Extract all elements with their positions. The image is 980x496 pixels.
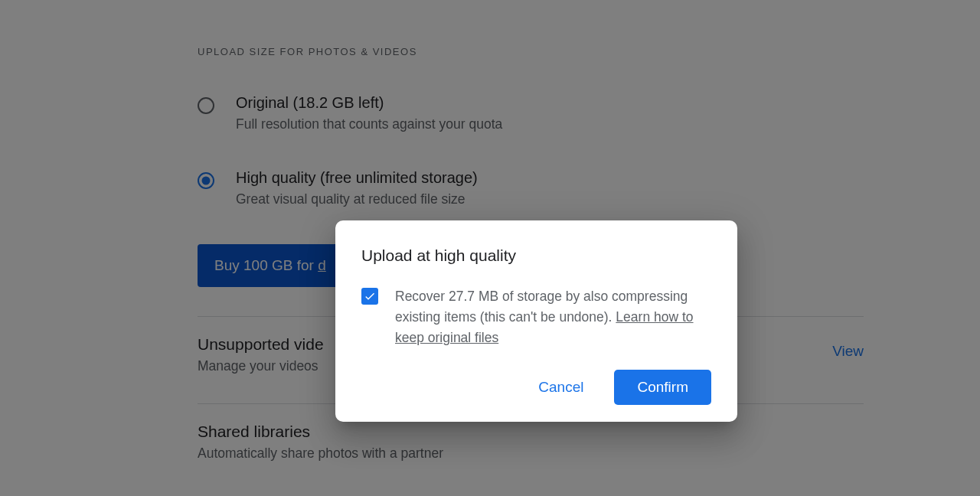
upload-quality-dialog: Upload at high quality Recover 27.7 MB o… bbox=[335, 220, 737, 422]
dialog-actions: Cancel Confirm bbox=[361, 370, 711, 405]
dialog-body: Recover 27.7 MB of storage by also compr… bbox=[361, 286, 711, 348]
check-icon bbox=[364, 290, 376, 302]
cancel-button[interactable]: Cancel bbox=[532, 371, 590, 403]
recover-storage-checkbox[interactable] bbox=[361, 288, 378, 305]
confirm-button[interactable]: Confirm bbox=[614, 370, 711, 405]
dialog-title: Upload at high quality bbox=[361, 246, 711, 265]
dialog-text: Recover 27.7 MB of storage by also compr… bbox=[395, 286, 711, 348]
